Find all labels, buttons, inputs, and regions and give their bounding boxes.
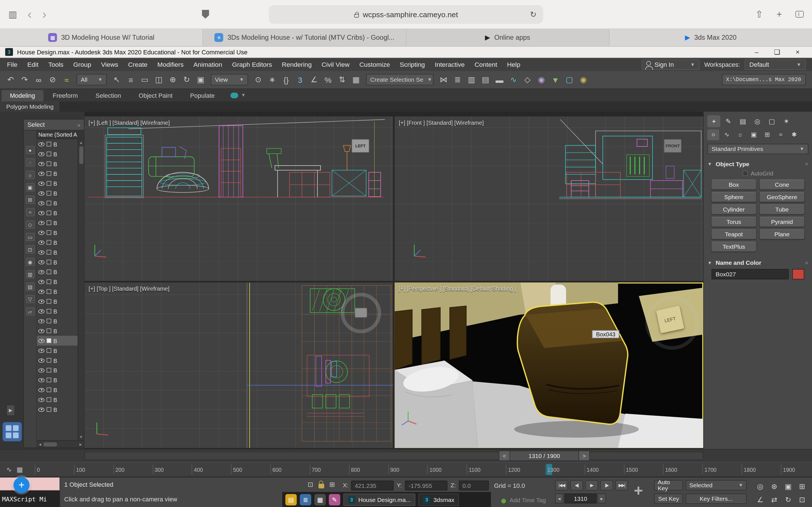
workspace-dropdown[interactable]: Default ▼ xyxy=(745,59,806,69)
motion-tab-icon[interactable]: ◎ xyxy=(751,115,764,127)
add-key-icon[interactable]: + xyxy=(634,482,643,499)
select-and-link-icon[interactable]: ∞ xyxy=(32,73,45,86)
selection-lock-icon[interactable] xyxy=(318,483,324,488)
menu-content[interactable]: Content xyxy=(469,58,502,71)
zoom-extents-icon[interactable]: ▣ xyxy=(782,480,794,492)
add-time-tag[interactable]: Add Time Tag xyxy=(509,497,546,503)
visibility-eye-icon[interactable] xyxy=(38,221,45,225)
sidebar-icon[interactable]: ▥ xyxy=(8,10,17,19)
visibility-eye-icon[interactable] xyxy=(38,329,45,333)
tube-button[interactable]: Tube xyxy=(760,205,804,214)
visibility-eye-icon[interactable] xyxy=(38,319,45,323)
scene-object-row[interactable]: B xyxy=(37,169,78,179)
scroll-down-icon[interactable]: ▾ xyxy=(80,435,82,439)
chevron-down-icon[interactable]: ▼ xyxy=(241,93,246,98)
menu-graph-editors[interactable]: Graph Editors xyxy=(227,58,277,71)
scene-object-row[interactable]: B xyxy=(37,159,78,169)
viewport-layout-icon[interactable] xyxy=(3,422,22,441)
percent-snap-icon[interactable]: % xyxy=(322,73,335,86)
select-and-scale-icon[interactable]: ▣ xyxy=(194,73,207,86)
scene-object-row[interactable]: B xyxy=(37,385,78,395)
browser-tab-2[interactable]: ≡ 3Ds Modeling House - w/ Tutorial (MTV … xyxy=(203,29,406,46)
scene-object-row[interactable]: B xyxy=(37,395,78,404)
zoom-all-icon[interactable]: ⊛ xyxy=(768,480,780,492)
render-production-icon[interactable]: ◉ xyxy=(577,73,590,86)
object-name-field[interactable]: Box027 xyxy=(712,269,789,279)
go-to-end-icon[interactable]: ▶▶| xyxy=(615,480,628,490)
visibility-eye-icon[interactable] xyxy=(38,339,45,343)
viewport-perspective-label[interactable]: [+] [Perspective ] [Standard] [Default S… xyxy=(399,286,516,292)
visibility-eye-icon[interactable] xyxy=(38,358,45,362)
previous-frame-icon[interactable]: ◀| xyxy=(570,480,583,490)
space-warps-category-icon[interactable]: ≈ xyxy=(775,129,786,140)
scrollbar-thumb[interactable] xyxy=(79,147,83,164)
ribbon-panel-polygon-modeling[interactable]: Polygon Modeling xyxy=(0,101,60,112)
pan-icon[interactable]: ⇄ xyxy=(768,494,780,505)
teapot-button[interactable]: Teapot xyxy=(712,229,756,239)
visibility-eye-icon[interactable] xyxy=(38,181,45,186)
scene-object-row[interactable]: B xyxy=(37,218,78,228)
scene-object-row[interactable]: B xyxy=(37,267,78,277)
use-pivot-point-icon[interactable]: ⊙ xyxy=(252,73,265,86)
select-by-name-icon[interactable]: ≡ xyxy=(124,73,137,86)
bind-to-space-warp-icon[interactable]: ≈ xyxy=(60,73,73,86)
viewport-left-label[interactable]: [+] [Left ] [Standard] [Wireframe] xyxy=(89,119,170,126)
menu-edit[interactable]: Edit xyxy=(22,58,43,71)
isolate-selection-icon[interactable]: ⊡ xyxy=(308,481,313,489)
selection-filter-dropdown[interactable]: All ▼ xyxy=(77,74,107,86)
visibility-eye-icon[interactable] xyxy=(38,388,45,392)
lights-category-icon[interactable]: ☼ xyxy=(734,129,746,140)
filter-materials-icon[interactable]: ▤ xyxy=(26,283,35,291)
torus-button[interactable]: Torus xyxy=(712,217,756,227)
plane-button[interactable]: Plane xyxy=(760,229,804,239)
expand-panel-button[interactable]: ▶ xyxy=(6,404,15,416)
select-and-rotate-icon[interactable]: ↻ xyxy=(180,73,193,86)
scene-object-row[interactable]: B xyxy=(37,149,78,159)
visibility-eye-icon[interactable] xyxy=(38,299,45,304)
rectangular-selection-icon[interactable]: ▭ xyxy=(138,73,151,86)
share-icon[interactable]: ⇧ xyxy=(755,10,763,19)
tab-overview-icon[interactable] xyxy=(795,11,804,18)
redo-icon[interactable]: ↷ xyxy=(18,73,31,86)
go-to-start-icon[interactable]: |◀◀ xyxy=(555,480,568,490)
app-title-bar[interactable]: 3 House Design.max - Autodesk 3ds Max 20… xyxy=(0,47,812,58)
visibility-eye-icon[interactable] xyxy=(38,290,45,294)
scene-object-row[interactable]: B xyxy=(37,365,78,375)
window-crossing-icon[interactable]: ◫ xyxy=(152,73,165,86)
menu-group[interactable]: Group xyxy=(68,58,96,71)
filter-all-icon[interactable]: ● xyxy=(26,146,35,154)
cone-button[interactable]: Cone xyxy=(760,179,804,189)
display-tab-icon[interactable]: ▢ xyxy=(765,115,778,127)
next-frame-icon[interactable]: |▶ xyxy=(600,480,613,490)
visibility-eye-icon[interactable] xyxy=(38,260,45,264)
orbit-icon[interactable]: ↻ xyxy=(782,494,794,505)
browser-tab-3[interactable]: ▶ Online apps xyxy=(406,29,609,46)
scroll-right-icon[interactable]: ▸ xyxy=(80,442,82,447)
advanced-filter-icon[interactable]: ▽ xyxy=(26,295,35,303)
filter-helpers-icon[interactable]: ⊞ xyxy=(26,195,35,204)
filter-cameras-icon[interactable]: ▣ xyxy=(26,183,35,191)
container-icon[interactable]: ▱ xyxy=(26,307,35,316)
viewport-top-label[interactable]: [+] [Top ] [Standard] [Wireframe] xyxy=(89,286,169,292)
library-icon[interactable]: ≣ xyxy=(300,494,311,505)
ribbon-tab-object-paint[interactable]: Object Paint xyxy=(130,90,181,101)
viewcube-left[interactable]: LEFT xyxy=(352,139,369,153)
display-visibility-icon[interactable]: ◉ xyxy=(26,258,35,266)
play-icon[interactable]: ▶ xyxy=(585,480,598,490)
visibility-eye-icon[interactable] xyxy=(38,270,45,274)
spinner-snap-icon[interactable]: ⇅ xyxy=(336,73,349,86)
scene-object-row[interactable]: B xyxy=(37,277,78,287)
x-coordinate-field[interactable]: 421.235 xyxy=(351,481,394,490)
listener-line[interactable]: MAXScript Mi xyxy=(0,490,59,507)
named-selection-combo[interactable]: Create Selection Se ▼ xyxy=(366,74,434,86)
frame-forward-icon[interactable]: ▸ xyxy=(598,494,606,503)
create-tab-icon[interactable]: + xyxy=(707,115,720,127)
visibility-eye-icon[interactable] xyxy=(38,211,45,215)
render-setup-icon[interactable]: ▼ xyxy=(549,73,562,86)
viewport-front-label[interactable]: [+] [Front ] [Standard] [Wireframe] xyxy=(399,119,484,126)
taskbar-window-3dsmax[interactable]: 3 3dsmax xyxy=(418,494,459,506)
visibility-eye-icon[interactable] xyxy=(38,398,45,402)
visibility-eye-icon[interactable] xyxy=(38,172,45,176)
viewport-left[interactable]: [+] [Left ] [Standard] [Wireframe] xyxy=(84,116,393,281)
autogrid-checkbox[interactable]: AutoGrid xyxy=(707,169,808,178)
